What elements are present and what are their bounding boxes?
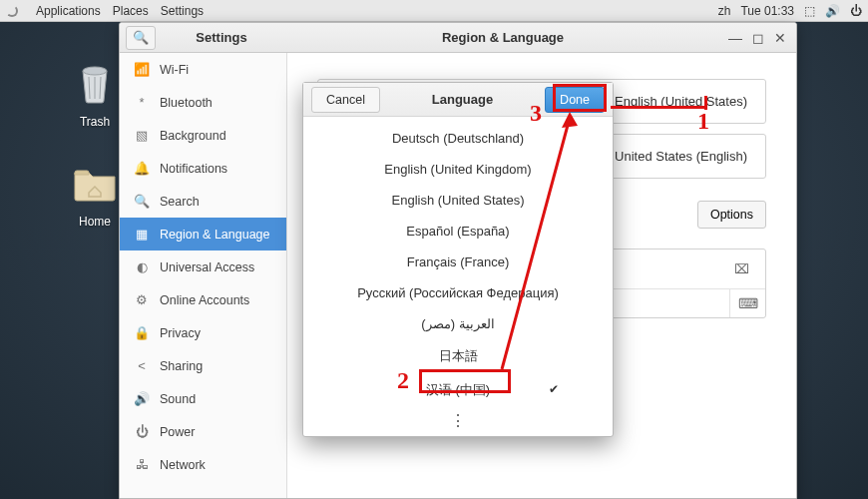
language-option-arabic[interactable]: العربية (مصر) [303, 308, 613, 339]
sidebar-item-label: Universal Access [160, 260, 254, 274]
sidebar-item-label: Bluetooth [160, 96, 213, 110]
sidebar-item-sound[interactable]: 🔊Sound [120, 382, 286, 415]
language-option-russian[interactable]: Русский (Российская Федерация) [303, 277, 613, 308]
window-title-left: Settings [156, 30, 287, 45]
language-dialog: Cancel Language Done Deutsch (Deutschlan… [302, 82, 614, 437]
cloud-icon: ⚙ [134, 292, 150, 307]
sidebar-item-label: Search [160, 195, 200, 209]
background-icon: ▧ [134, 128, 150, 143]
window-title-right: Region & Language [287, 30, 718, 45]
language-option-english-uk[interactable]: English (United Kingdom) [303, 154, 613, 185]
volume-icon[interactable]: 🔊 [825, 4, 840, 18]
annotation-number-1: 1 [697, 108, 709, 135]
input-language-indicator[interactable]: zh [718, 4, 731, 18]
share-icon: < [134, 358, 150, 373]
sidebar-item-privacy[interactable]: 🔒Privacy [120, 316, 286, 349]
sidebar-item-label: Sharing [160, 359, 203, 373]
sidebar-item-wifi[interactable]: 📶Wi-Fi [120, 53, 286, 86]
sidebar-item-background[interactable]: ▧Background [120, 119, 286, 152]
settings-sidebar: 📶Wi-Fi *Bluetooth ▧Background 🔔Notificat… [120, 53, 287, 498]
sidebar-item-label: Online Accounts [160, 293, 249, 307]
menu-places[interactable]: Places [113, 4, 149, 18]
cancel-button[interactable]: Cancel [311, 87, 380, 113]
search-icon: 🔍 [133, 30, 149, 45]
search-button[interactable]: 🔍 [126, 26, 156, 50]
language-option-japanese[interactable]: 日本語 [303, 339, 613, 373]
sound-icon: 🔊 [134, 391, 150, 406]
home-folder-icon [71, 159, 119, 207]
wifi-icon: 📶 [134, 62, 150, 77]
clock[interactable]: Tue 01:33 [740, 4, 794, 18]
sidebar-item-label: Background [160, 129, 226, 143]
trash-icon [71, 59, 119, 107]
activities-icon [6, 5, 18, 17]
sidebar-item-label: Notifications [160, 162, 227, 176]
sidebar-item-online-accounts[interactable]: ⚙Online Accounts [120, 283, 286, 316]
annotation-underline-language-value [611, 106, 706, 109]
accessibility-icon: ◐ [134, 259, 150, 274]
sidebar-item-bluetooth[interactable]: *Bluetooth [120, 86, 286, 119]
done-button[interactable]: Done [545, 87, 605, 113]
window-close-button[interactable]: ✕ [774, 30, 786, 46]
window-header: 🔍 Settings Region & Language — ◻ ✕ [120, 23, 796, 53]
language-list[interactable]: Deutsch (Deutschland) English (United Ki… [303, 117, 613, 440]
sidebar-item-sharing[interactable]: <Sharing [120, 349, 286, 382]
language-option-chinese-label: 汉语 (中国) [426, 382, 490, 397]
svg-point-0 [83, 67, 107, 75]
power-sidebar-icon: ⏻ [134, 424, 150, 439]
check-icon: ✔ [549, 382, 559, 396]
language-option-chinese[interactable]: 汉语 (中国)✔ [303, 373, 613, 407]
region-icon: ▦ [134, 227, 150, 242]
bluetooth-icon: * [134, 95, 150, 110]
sidebar-item-label: Network [160, 458, 206, 472]
sidebar-item-label: Region & Language [160, 228, 270, 242]
window-maximize-button[interactable]: ◻ [752, 30, 764, 46]
input-sources-options-button[interactable]: Options [697, 201, 766, 229]
formats-row-value: United States (English) [615, 149, 747, 164]
onscreen-keyboard-button[interactable]: ⌨ [729, 289, 765, 317]
language-option-deutsch[interactable]: Deutsch (Deutschland) [303, 123, 613, 154]
language-option-english-us[interactable]: English (United States) [303, 185, 613, 216]
annotation-number-2: 2 [397, 367, 409, 394]
dialog-header: Cancel Language Done [303, 83, 613, 117]
network-icon[interactable]: ⬚ [804, 4, 815, 18]
sidebar-item-label: Wi-Fi [160, 63, 189, 77]
top-panel: Applications Places Settings zh Tue 01:3… [0, 0, 868, 22]
sidebar-item-power[interactable]: ⏻Power [120, 415, 286, 448]
sidebar-item-universal-access[interactable]: ◐Universal Access [120, 250, 286, 283]
annotation-number-3: 3 [530, 100, 542, 127]
menu-applications[interactable]: Applications [36, 4, 101, 18]
keyboard-layout-icon[interactable]: ⌧ [734, 261, 749, 276]
sidebar-item-network[interactable]: 🖧Network [120, 448, 286, 481]
search-sidebar-icon: 🔍 [134, 194, 150, 209]
lock-icon: 🔒 [134, 325, 150, 340]
menu-settings[interactable]: Settings [161, 4, 204, 18]
sidebar-item-label: Power [160, 425, 195, 439]
network-sidebar-icon: 🖧 [134, 457, 150, 472]
sidebar-item-region-language[interactable]: ▦Region & Language [120, 218, 286, 250]
bell-icon: 🔔 [134, 161, 150, 176]
power-icon[interactable]: ⏻ [850, 4, 862, 18]
language-option-espanol[interactable]: Español (España) [303, 216, 613, 247]
sidebar-item-label: Sound [160, 392, 196, 406]
sidebar-item-search[interactable]: 🔍Search [120, 185, 286, 218]
sidebar-item-notifications[interactable]: 🔔Notifications [120, 152, 286, 185]
window-minimize-button[interactable]: — [728, 30, 742, 46]
sidebar-item-label: Privacy [160, 326, 201, 340]
dialog-title: Language [380, 92, 545, 107]
more-languages-button[interactable]: ⋮ [303, 407, 613, 434]
language-option-francais[interactable]: Français (France) [303, 247, 613, 277]
